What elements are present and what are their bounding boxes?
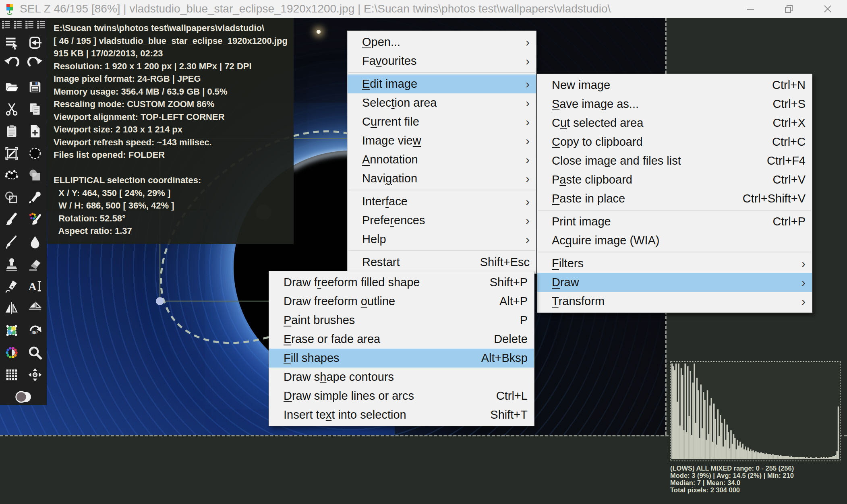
minimize-icon — [745, 3, 756, 14]
menu-item-image-view[interactable]: Image view› — [348, 131, 536, 150]
info-line: Image pixel format: 24-RGB | JPEG — [54, 72, 288, 85]
toolbar-crop-selection-button[interactable] — [0, 142, 23, 164]
toolbar-new-image-button[interactable] — [23, 120, 47, 142]
menu-item-filters[interactable]: Filters› — [537, 254, 812, 273]
submenu-arrow-icon: › — [522, 54, 530, 68]
toolbar-color-swap-circles-button[interactable] — [0, 386, 47, 408]
crop-selection-icon — [4, 146, 19, 161]
toolbar-water-drop-button[interactable] — [23, 231, 47, 253]
redo-icon — [27, 57, 43, 72]
toolbar-shape-outlines-button[interactable] — [0, 186, 23, 209]
info-line: ELLIPTICAL selection coordinates: — [54, 174, 288, 187]
blend-shapes-icon — [27, 168, 43, 183]
toolbar-eraser-button[interactable] — [23, 253, 47, 275]
toolbar-grid-button[interactable] — [0, 364, 23, 386]
submenu-arrow-icon: › — [522, 214, 530, 227]
menu-item-favourites[interactable]: Favourites› — [348, 52, 536, 70]
minimize-button[interactable] — [731, 0, 770, 18]
toolbar-save-floppy-button[interactable] — [23, 76, 47, 98]
toolbar-files-list-button[interactable] — [0, 18, 12, 31]
menu-item-draw-freeform-outline[interactable]: Draw freeform outlineAlt+P — [269, 292, 534, 311]
toolbar-liner-brush-button[interactable] — [0, 231, 23, 253]
toolbar-paint-brush-button[interactable] — [0, 209, 23, 231]
menu-shortcut: Ctrl+C — [772, 135, 806, 149]
toolbar-colorize-brush-button[interactable] — [23, 209, 47, 231]
menu-item-restart[interactable]: RestartShift+Esc — [348, 253, 536, 272]
toolbar-redo-button[interactable] — [23, 54, 47, 76]
transform-image-icon — [4, 323, 19, 338]
toolbar-color-picker-button[interactable] — [23, 186, 47, 209]
colorize-brush-icon — [27, 212, 43, 227]
selection-corner-handle[interactable] — [156, 297, 164, 305]
menu-separator — [538, 252, 811, 252]
toolbar-transform-image-button[interactable] — [0, 319, 23, 341]
toolbar-flip-horizontal-button[interactable] — [0, 297, 23, 319]
toolbar-move-tool-button[interactable] — [23, 364, 47, 386]
menu-item-annotation[interactable]: Annotation› — [348, 150, 536, 169]
cut-scissors-icon — [4, 101, 19, 117]
toolbar-open-folder-button[interactable] — [0, 76, 23, 98]
color-swap-circles-icon — [15, 388, 32, 405]
menu-item-print-image[interactable]: Print imageCtrl+P — [537, 212, 812, 231]
menu-item-erase-or-fade-area[interactable]: Erase or fade areaDelete — [269, 330, 534, 349]
toolbar-zoom-magnifier-button[interactable] — [23, 341, 47, 364]
info-line: W / H: 686, 500 [ 36%, 42% ] — [54, 199, 288, 212]
toolbar-flip-vertical-button[interactable] — [23, 297, 47, 319]
grid-icon — [4, 367, 19, 382]
toolbar-color-wheel-button[interactable] — [0, 341, 23, 364]
menu-item-paste-in-place[interactable]: Paste in placeCtrl+Shift+V — [537, 189, 812, 208]
menu-item-selection-area[interactable]: Selection area› — [348, 93, 536, 112]
draw-submenu: Draw freeform filled shapeShift+PDraw fr… — [269, 271, 534, 426]
toolbar-copy-clipboard-button[interactable] — [23, 98, 47, 120]
toolbar-insert-text-button[interactable]: A — [23, 275, 47, 297]
menu-separator — [348, 72, 535, 73]
menu-item-fill-shapes[interactable]: Fill shapesAlt+Bksp — [269, 349, 534, 368]
rotate-45-icon: 45° — [27, 323, 43, 338]
toolbar-files-list-button[interactable] — [12, 18, 23, 31]
close-button[interactable] — [808, 0, 847, 18]
menu-item-current-file[interactable]: Current file› — [348, 112, 536, 131]
menu-shortcut: Ctrl+X — [773, 116, 806, 130]
menu-item-draw-freeform-filled-shape[interactable]: Draw freeform filled shapeShift+P — [269, 273, 534, 292]
toolbar-cut-scissors-button[interactable] — [0, 98, 23, 120]
menu-item-transform[interactable]: Transform› — [537, 292, 812, 311]
toolbar-clone-stamp-button[interactable] — [0, 253, 23, 275]
toolbar-files-list-button[interactable] — [23, 18, 35, 31]
menu-item-save-image-as[interactable]: Save image as...Ctrl+S — [537, 95, 812, 114]
toolbar-import-image-button[interactable] — [23, 31, 47, 54]
shape-outlines-icon — [4, 190, 19, 205]
menu-item-preferences[interactable]: Preferences› — [348, 211, 536, 230]
submenu-arrow-icon: › — [522, 153, 530, 167]
histogram-panel — [670, 361, 841, 461]
menu-item-paint-brushes[interactable]: Paint brushesP — [269, 311, 534, 330]
menu-item-draw-simple-lines-or-arcs[interactable]: Draw simple lines or arcsCtrl+L — [269, 386, 534, 405]
menu-item-close-image-and-files-list[interactable]: Close image and files listCtrl+F4 — [537, 151, 812, 170]
menu-item-navigation[interactable]: Navigation› — [348, 169, 536, 188]
menu-item-help[interactable]: Help› — [348, 230, 536, 249]
toolbar-menu-list-cursor-button[interactable] — [0, 31, 23, 54]
menu-item-new-image[interactable]: New imageCtrl+N — [537, 76, 812, 95]
menu-item-copy-to-clipboard[interactable]: Copy to clipboardCtrl+C — [537, 132, 812, 151]
menu-item-draw[interactable]: Draw› — [537, 273, 812, 292]
toolbar-rotate-45-button[interactable]: 45° — [23, 319, 47, 341]
menu-item-open[interactable]: Open...› — [348, 33, 536, 52]
menu-item-insert-text-into-selection[interactable]: Insert text into selectionShift+T — [269, 405, 534, 424]
toolbar-paste-clipboard-button[interactable] — [0, 120, 23, 142]
menu-item-interface[interactable]: Interface› — [348, 192, 536, 211]
menu-item-acquire-image-wia[interactable]: Acquire image (WIA) — [537, 231, 812, 250]
menu-item-draw-shape-contours[interactable]: Draw shape contours — [269, 368, 534, 386]
menu-item-cut-selected-area[interactable]: Cut selected areaCtrl+X — [537, 114, 812, 132]
toolbar-ink-pen-button[interactable] — [0, 275, 23, 297]
info-line: E:\Sucan twins\photos test\wallpapers\vl… — [54, 22, 288, 35]
toolbar-files-list-button[interactable] — [35, 18, 47, 31]
toolbar-undo-button[interactable] — [0, 54, 23, 76]
histogram-stats-line: (LOWS) ALL MIXED range: 0 - 255 (256) — [670, 465, 843, 472]
menu-item-edit-image[interactable]: Edit image› — [348, 74, 536, 93]
info-overlay-panel: E:\Sucan twins\photos test\wallpapers\vl… — [47, 18, 294, 244]
clone-stamp-icon — [4, 256, 19, 272]
toolbar-blend-shapes-button[interactable] — [23, 164, 47, 186]
menu-item-paste-clipboard[interactable]: Paste clipboardCtrl+V — [537, 170, 812, 189]
toolbar-freeform-selection-button[interactable] — [0, 164, 23, 186]
restore-button[interactable] — [770, 0, 808, 18]
toolbar-ellipse-selection-button[interactable] — [23, 142, 47, 164]
